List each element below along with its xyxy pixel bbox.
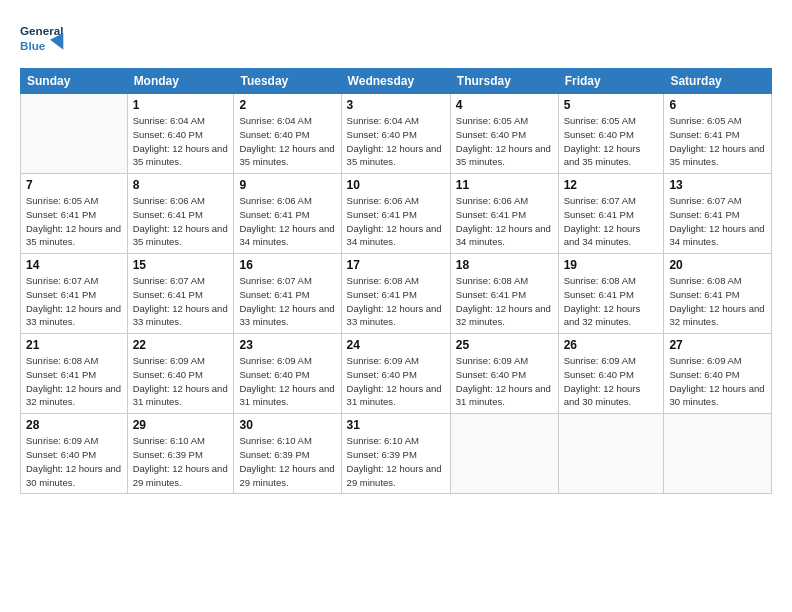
week-row-0: 1Sunrise: 6:04 AMSunset: 6:40 PMDaylight… <box>21 94 772 174</box>
day-info: Sunrise: 6:09 AMSunset: 6:40 PMDaylight:… <box>564 354 659 409</box>
calendar-cell: 30Sunrise: 6:10 AMSunset: 6:39 PMDayligh… <box>234 414 341 494</box>
calendar-cell: 28Sunrise: 6:09 AMSunset: 6:40 PMDayligh… <box>21 414 128 494</box>
calendar-cell: 18Sunrise: 6:08 AMSunset: 6:41 PMDayligh… <box>450 254 558 334</box>
day-info: Sunrise: 6:07 AMSunset: 6:41 PMDaylight:… <box>133 274 229 329</box>
week-row-2: 14Sunrise: 6:07 AMSunset: 6:41 PMDayligh… <box>21 254 772 334</box>
day-info: Sunrise: 6:07 AMSunset: 6:41 PMDaylight:… <box>669 194 766 249</box>
day-number: 13 <box>669 178 766 192</box>
calendar-cell: 15Sunrise: 6:07 AMSunset: 6:41 PMDayligh… <box>127 254 234 334</box>
calendar-cell: 22Sunrise: 6:09 AMSunset: 6:40 PMDayligh… <box>127 334 234 414</box>
day-info: Sunrise: 6:06 AMSunset: 6:41 PMDaylight:… <box>239 194 335 249</box>
calendar-cell: 24Sunrise: 6:09 AMSunset: 6:40 PMDayligh… <box>341 334 450 414</box>
day-number: 10 <box>347 178 445 192</box>
day-number: 15 <box>133 258 229 272</box>
calendar-cell: 14Sunrise: 6:07 AMSunset: 6:41 PMDayligh… <box>21 254 128 334</box>
day-number: 26 <box>564 338 659 352</box>
calendar-body: 1Sunrise: 6:04 AMSunset: 6:40 PMDaylight… <box>21 94 772 494</box>
day-info: Sunrise: 6:04 AMSunset: 6:40 PMDaylight:… <box>239 114 335 169</box>
day-header-thursday: Thursday <box>450 69 558 94</box>
day-header-wednesday: Wednesday <box>341 69 450 94</box>
calendar-cell <box>450 414 558 494</box>
calendar-cell <box>21 94 128 174</box>
calendar-cell: 11Sunrise: 6:06 AMSunset: 6:41 PMDayligh… <box>450 174 558 254</box>
day-number: 4 <box>456 98 553 112</box>
day-number: 24 <box>347 338 445 352</box>
logo: General Blue <box>20 18 70 58</box>
calendar-cell: 12Sunrise: 6:07 AMSunset: 6:41 PMDayligh… <box>558 174 664 254</box>
day-header-monday: Monday <box>127 69 234 94</box>
day-number: 31 <box>347 418 445 432</box>
calendar-cell: 7Sunrise: 6:05 AMSunset: 6:41 PMDaylight… <box>21 174 128 254</box>
days-header-row: SundayMondayTuesdayWednesdayThursdayFrid… <box>21 69 772 94</box>
day-number: 16 <box>239 258 335 272</box>
calendar-cell: 5Sunrise: 6:05 AMSunset: 6:40 PMDaylight… <box>558 94 664 174</box>
svg-text:Blue: Blue <box>20 39 46 52</box>
day-number: 18 <box>456 258 553 272</box>
day-info: Sunrise: 6:08 AMSunset: 6:41 PMDaylight:… <box>564 274 659 329</box>
day-info: Sunrise: 6:05 AMSunset: 6:40 PMDaylight:… <box>564 114 659 169</box>
day-info: Sunrise: 6:04 AMSunset: 6:40 PMDaylight:… <box>347 114 445 169</box>
day-number: 6 <box>669 98 766 112</box>
day-number: 7 <box>26 178 122 192</box>
day-number: 5 <box>564 98 659 112</box>
day-header-friday: Friday <box>558 69 664 94</box>
calendar-cell: 27Sunrise: 6:09 AMSunset: 6:40 PMDayligh… <box>664 334 772 414</box>
day-info: Sunrise: 6:06 AMSunset: 6:41 PMDaylight:… <box>456 194 553 249</box>
day-info: Sunrise: 6:08 AMSunset: 6:41 PMDaylight:… <box>669 274 766 329</box>
day-info: Sunrise: 6:06 AMSunset: 6:41 PMDaylight:… <box>347 194 445 249</box>
calendar-header: SundayMondayTuesdayWednesdayThursdayFrid… <box>21 69 772 94</box>
calendar-table: SundayMondayTuesdayWednesdayThursdayFrid… <box>20 68 772 494</box>
day-info: Sunrise: 6:04 AMSunset: 6:40 PMDaylight:… <box>133 114 229 169</box>
day-info: Sunrise: 6:09 AMSunset: 6:40 PMDaylight:… <box>456 354 553 409</box>
calendar-cell: 8Sunrise: 6:06 AMSunset: 6:41 PMDaylight… <box>127 174 234 254</box>
day-number: 3 <box>347 98 445 112</box>
day-number: 29 <box>133 418 229 432</box>
calendar-cell: 16Sunrise: 6:07 AMSunset: 6:41 PMDayligh… <box>234 254 341 334</box>
day-number: 25 <box>456 338 553 352</box>
calendar-cell: 13Sunrise: 6:07 AMSunset: 6:41 PMDayligh… <box>664 174 772 254</box>
calendar-cell: 29Sunrise: 6:10 AMSunset: 6:39 PMDayligh… <box>127 414 234 494</box>
header: General Blue <box>20 18 772 58</box>
day-info: Sunrise: 6:09 AMSunset: 6:40 PMDaylight:… <box>347 354 445 409</box>
day-number: 17 <box>347 258 445 272</box>
day-info: Sunrise: 6:05 AMSunset: 6:41 PMDaylight:… <box>26 194 122 249</box>
calendar-cell: 3Sunrise: 6:04 AMSunset: 6:40 PMDaylight… <box>341 94 450 174</box>
day-info: Sunrise: 6:09 AMSunset: 6:40 PMDaylight:… <box>239 354 335 409</box>
day-info: Sunrise: 6:06 AMSunset: 6:41 PMDaylight:… <box>133 194 229 249</box>
logo-icon: General Blue <box>20 18 70 58</box>
day-number: 28 <box>26 418 122 432</box>
day-number: 19 <box>564 258 659 272</box>
page: General Blue SundayMondayTuesdayWednesda… <box>0 0 792 612</box>
day-info: Sunrise: 6:05 AMSunset: 6:41 PMDaylight:… <box>669 114 766 169</box>
day-number: 23 <box>239 338 335 352</box>
week-row-3: 21Sunrise: 6:08 AMSunset: 6:41 PMDayligh… <box>21 334 772 414</box>
calendar-cell: 10Sunrise: 6:06 AMSunset: 6:41 PMDayligh… <box>341 174 450 254</box>
day-number: 30 <box>239 418 335 432</box>
calendar-cell: 6Sunrise: 6:05 AMSunset: 6:41 PMDaylight… <box>664 94 772 174</box>
calendar-cell: 23Sunrise: 6:09 AMSunset: 6:40 PMDayligh… <box>234 334 341 414</box>
day-header-tuesday: Tuesday <box>234 69 341 94</box>
calendar-cell <box>664 414 772 494</box>
day-number: 11 <box>456 178 553 192</box>
calendar-cell: 4Sunrise: 6:05 AMSunset: 6:40 PMDaylight… <box>450 94 558 174</box>
calendar-cell: 2Sunrise: 6:04 AMSunset: 6:40 PMDaylight… <box>234 94 341 174</box>
calendar-cell: 9Sunrise: 6:06 AMSunset: 6:41 PMDaylight… <box>234 174 341 254</box>
calendar-cell: 19Sunrise: 6:08 AMSunset: 6:41 PMDayligh… <box>558 254 664 334</box>
svg-text:General: General <box>20 24 63 37</box>
day-info: Sunrise: 6:10 AMSunset: 6:39 PMDaylight:… <box>239 434 335 489</box>
calendar-cell: 20Sunrise: 6:08 AMSunset: 6:41 PMDayligh… <box>664 254 772 334</box>
day-info: Sunrise: 6:08 AMSunset: 6:41 PMDaylight:… <box>347 274 445 329</box>
calendar-cell: 31Sunrise: 6:10 AMSunset: 6:39 PMDayligh… <box>341 414 450 494</box>
day-info: Sunrise: 6:07 AMSunset: 6:41 PMDaylight:… <box>564 194 659 249</box>
day-number: 21 <box>26 338 122 352</box>
day-number: 20 <box>669 258 766 272</box>
day-info: Sunrise: 6:08 AMSunset: 6:41 PMDaylight:… <box>26 354 122 409</box>
calendar-cell <box>558 414 664 494</box>
day-number: 22 <box>133 338 229 352</box>
day-number: 12 <box>564 178 659 192</box>
calendar-cell: 21Sunrise: 6:08 AMSunset: 6:41 PMDayligh… <box>21 334 128 414</box>
day-info: Sunrise: 6:08 AMSunset: 6:41 PMDaylight:… <box>456 274 553 329</box>
day-number: 14 <box>26 258 122 272</box>
day-info: Sunrise: 6:10 AMSunset: 6:39 PMDaylight:… <box>133 434 229 489</box>
day-number: 9 <box>239 178 335 192</box>
